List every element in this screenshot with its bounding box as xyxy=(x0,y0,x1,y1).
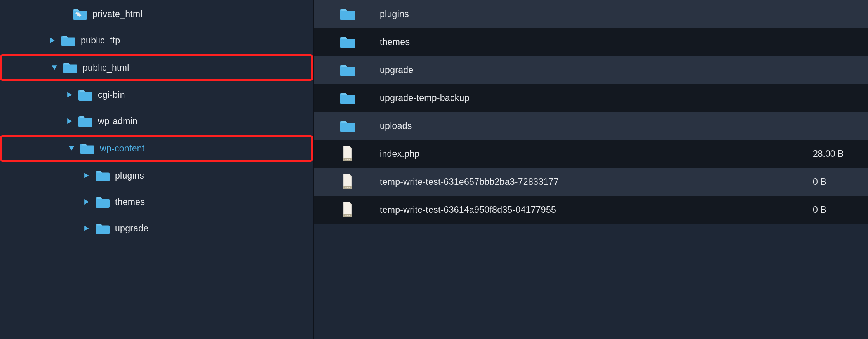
list-row[interactable]: upgrade-temp-backup xyxy=(314,84,868,112)
list-row[interactable]: plugins xyxy=(314,0,868,28)
folder-icon xyxy=(78,115,92,127)
tree-item-public-ftp[interactable]: public_ftp xyxy=(0,27,313,54)
chevron-right-icon[interactable] xyxy=(49,37,56,44)
list-row[interactable]: upgrade xyxy=(314,56,868,84)
list-row[interactable]: temp-write-test-63614a950f8d35-041779550… xyxy=(314,196,868,224)
file-icon xyxy=(340,174,355,189)
folder-link-icon xyxy=(73,8,87,20)
tree-item-label: upgrade xyxy=(115,223,149,234)
list-item-name: upgrade-temp-backup xyxy=(380,93,813,103)
folder-icon xyxy=(340,35,355,49)
tree-item-plugins[interactable]: plugins xyxy=(0,162,313,189)
file-list-panel: pluginsthemesupgradeupgrade-temp-backupu… xyxy=(314,0,868,339)
chevron-down-icon[interactable] xyxy=(68,145,75,152)
tree-item-label: cgi-bin xyxy=(98,90,125,100)
folder-icon xyxy=(340,90,355,105)
list-item-name: uploads xyxy=(380,121,813,131)
chevron-right-icon[interactable] xyxy=(66,118,73,125)
folder-icon xyxy=(96,170,110,181)
tree-item-upgrade[interactable]: upgrade xyxy=(0,215,313,242)
chevron-right-icon[interactable] xyxy=(83,198,90,205)
list-item-name: temp-write-test-631e657bbb2ba3-72833177 xyxy=(380,177,813,187)
list-item-size: 28.00 B xyxy=(813,149,856,159)
folder-icon xyxy=(340,7,355,21)
list-row[interactable]: uploads xyxy=(314,112,868,140)
tree-item-label: plugins xyxy=(115,170,144,181)
list-item-size: 0 B xyxy=(813,205,856,215)
tree-item-label: themes xyxy=(115,197,145,207)
tree-item-label: public_ftp xyxy=(81,35,120,46)
folder-tree-panel: private_htmlpublic_ftppublic_htmlcgi-bin… xyxy=(0,0,314,339)
folder-icon xyxy=(61,35,75,46)
list-item-name: plugins xyxy=(380,9,813,19)
list-row[interactable]: index.php28.00 B xyxy=(314,140,868,168)
tree-item-cgi-bin[interactable]: cgi-bin xyxy=(0,82,313,108)
list-item-size: 0 B xyxy=(813,177,856,187)
file-icon xyxy=(340,202,355,217)
list-item-name: temp-write-test-63614a950f8d35-04177955 xyxy=(380,205,813,215)
tree-item-wp-admin[interactable]: wp-admin xyxy=(0,108,313,134)
tree-item-label: wp-content xyxy=(100,143,145,154)
folder-icon xyxy=(78,89,92,101)
list-item-name: index.php xyxy=(380,149,813,159)
tree-item-public-html[interactable]: public_html xyxy=(0,54,313,81)
chevron-placeholder xyxy=(61,10,68,17)
tree-item-wp-content[interactable]: wp-content xyxy=(0,135,313,162)
file-icon xyxy=(340,146,355,161)
folder-icon xyxy=(63,62,77,73)
tree-item-label: wp-admin xyxy=(98,116,137,127)
chevron-right-icon[interactable] xyxy=(66,91,73,98)
chevron-right-icon[interactable] xyxy=(83,172,90,179)
folder-icon xyxy=(340,118,355,133)
list-item-name: themes xyxy=(380,37,813,47)
tree-item-label: public_html xyxy=(83,63,129,73)
folder-icon xyxy=(340,63,355,77)
chevron-down-icon[interactable] xyxy=(51,64,58,71)
folder-icon xyxy=(80,143,94,154)
folder-icon xyxy=(96,196,110,208)
list-row[interactable]: temp-write-test-631e657bbb2ba3-728331770… xyxy=(314,168,868,196)
folder-icon xyxy=(96,223,110,234)
tree-item-themes[interactable]: themes xyxy=(0,189,313,215)
list-row[interactable]: themes xyxy=(314,28,868,56)
tree-item-private-html[interactable]: private_html xyxy=(0,1,313,27)
chevron-right-icon[interactable] xyxy=(83,225,90,232)
list-item-name: upgrade xyxy=(380,65,813,75)
tree-item-label: private_html xyxy=(92,9,143,19)
